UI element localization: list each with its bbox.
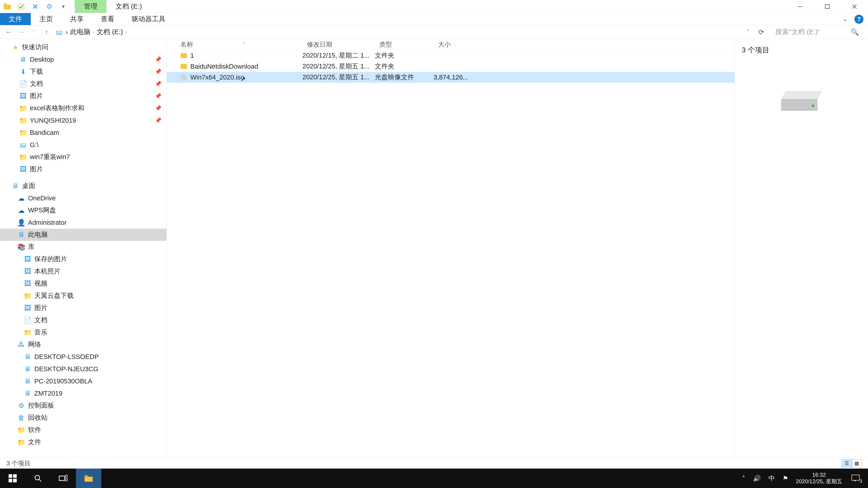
tree-item[interactable]: Bandicam bbox=[0, 127, 166, 139]
view-details-button[interactable]: ☰ bbox=[842, 459, 852, 467]
tree-item[interactable]: 控制面板 bbox=[0, 399, 166, 412]
tree-item[interactable]: 图片 bbox=[0, 302, 166, 314]
tree-item[interactable]: 本机照片 bbox=[0, 265, 166, 278]
action-center-icon[interactable]: 3 bbox=[850, 474, 861, 483]
tree-item[interactable]: 保存的图片 bbox=[0, 253, 166, 265]
tree-item[interactable]: 图片 bbox=[0, 163, 166, 175]
security-icon[interactable]: ⚑ bbox=[782, 475, 788, 482]
quick-access-toolbar: ⚙ ▾ bbox=[0, 0, 75, 13]
tree-item[interactable]: Desktop📌 bbox=[0, 53, 166, 66]
item-count: 3 个项目 bbox=[742, 45, 861, 55]
breadcrumb-segment[interactable]: 此电脑 bbox=[70, 27, 90, 37]
tree-item[interactable]: 下载📌 bbox=[0, 66, 166, 78]
qat-properties-icon[interactable] bbox=[17, 2, 26, 11]
file-list[interactable]: 名称˄ 修改日期 类型 大小 12020/12/15, 星期二 1...文件夹B… bbox=[167, 39, 735, 458]
tray-expand-icon[interactable]: ˄ bbox=[742, 475, 745, 482]
tree-item-label: 软件 bbox=[28, 425, 166, 434]
nav-up-button[interactable]: ↑ bbox=[42, 29, 51, 36]
col-date[interactable]: 修改日期 bbox=[303, 40, 375, 49]
tree-item-icon bbox=[24, 328, 32, 336]
search-icon[interactable]: 🔍 bbox=[850, 28, 859, 36]
chevron-right-icon[interactable]: › bbox=[66, 28, 68, 36]
qat-delete-icon[interactable]: ⚙ bbox=[45, 2, 54, 11]
tree-item[interactable]: YUNQISHI2019📌 bbox=[0, 114, 166, 127]
breadcrumb[interactable]: › 此电脑› 文档 (E:)› bbox=[55, 27, 742, 37]
minimize-button[interactable] bbox=[786, 0, 814, 13]
ribbon-tab-share[interactable]: 共享 bbox=[61, 13, 92, 25]
col-type[interactable]: 类型 bbox=[375, 40, 434, 49]
svg-rect-14 bbox=[85, 477, 93, 482]
file-row[interactable]: 12020/12/15, 星期二 1...文件夹 bbox=[167, 50, 735, 61]
tree-item[interactable]: 音乐 bbox=[0, 326, 166, 338]
taskbar[interactable]: ˄ 🔊 中 ⚑ 16:32 2020/12/25, 星期五 3 bbox=[0, 468, 868, 488]
tree-item[interactable]: Administrator bbox=[0, 217, 166, 229]
tree-item-icon bbox=[19, 116, 27, 125]
view-large-icons-button[interactable]: ▦ bbox=[852, 459, 862, 467]
svg-rect-7 bbox=[8, 479, 12, 482]
tree-item[interactable]: win7重装win7 bbox=[0, 151, 166, 163]
tree-item-icon bbox=[17, 340, 25, 349]
tree-item[interactable]: 文件 bbox=[0, 436, 166, 448]
chevron-right-icon[interactable]: › bbox=[125, 29, 127, 35]
ribbon-tab-file[interactable]: 文件 bbox=[0, 13, 31, 25]
tree-item[interactable]: ZMT2019 bbox=[0, 387, 166, 399]
tree-item[interactable]: 文档📌 bbox=[0, 78, 166, 90]
tree-item[interactable]: DESKTOP-LSSOEDP bbox=[0, 351, 166, 363]
search-input[interactable]: 搜索"文档 (E:)" 🔍 bbox=[773, 25, 864, 39]
tree-item[interactable]: 软件 bbox=[0, 424, 166, 436]
svg-rect-2 bbox=[19, 4, 24, 9]
file-row[interactable]: BaiduNetdiskDownload2020/12/25, 星期五 1...… bbox=[167, 61, 735, 72]
task-view-button[interactable] bbox=[51, 468, 76, 488]
tree-item[interactable]: 快速访问 bbox=[0, 41, 166, 53]
taskbar-search-button[interactable] bbox=[25, 468, 51, 488]
address-dropdown-icon[interactable]: ˅ bbox=[747, 29, 749, 35]
tree-item[interactable]: 回收站 bbox=[0, 412, 166, 424]
title-tool-tab[interactable]: 管理 bbox=[75, 0, 106, 13]
ribbon-tab-home[interactable]: 主页 bbox=[31, 13, 61, 25]
ribbon-tab-view[interactable]: 查看 bbox=[92, 13, 123, 25]
tree-item[interactable]: OneDrive bbox=[0, 192, 166, 204]
taskbar-explorer-button[interactable] bbox=[76, 468, 101, 488]
start-button[interactable] bbox=[0, 468, 25, 488]
refresh-icon[interactable]: ⟳ bbox=[758, 28, 764, 36]
ribbon-collapse-icon[interactable]: ⌄ bbox=[843, 15, 848, 23]
maximize-button[interactable] bbox=[814, 0, 841, 13]
tree-item-label: 图片 bbox=[30, 165, 166, 174]
taskbar-clock[interactable]: 16:32 2020/12/25, 星期五 bbox=[796, 472, 842, 485]
nav-back-button[interactable]: ← bbox=[4, 29, 13, 36]
volume-icon[interactable]: 🔊 bbox=[753, 475, 761, 482]
nav-forward-button[interactable]: → bbox=[17, 29, 25, 36]
ribbon-tab-drive-tools[interactable]: 驱动器工具 bbox=[123, 13, 174, 25]
tree-item-label: DESKTOP-LSSOEDP bbox=[34, 353, 166, 361]
file-date: 2020/12/25, 星期五 1... bbox=[303, 73, 375, 82]
tree-item[interactable]: PC-20190530OBLA bbox=[0, 375, 166, 387]
nav-tree[interactable]: 快速访问Desktop📌下载📌文档📌图片📌excel表格制作求和📌YUNQISH… bbox=[0, 39, 167, 458]
breadcrumb-segment[interactable]: 文档 (E:) bbox=[96, 27, 123, 37]
tree-item-icon bbox=[24, 353, 32, 361]
tree-item[interactable]: 图片📌 bbox=[0, 90, 166, 102]
qat-new-folder-icon[interactable] bbox=[31, 2, 40, 11]
tree-item[interactable]: 天翼云盘下载 bbox=[0, 290, 166, 302]
tree-item-label: Desktop bbox=[30, 56, 152, 63]
sort-asc-icon: ˄ bbox=[243, 42, 245, 48]
help-icon[interactable]: ? bbox=[855, 15, 864, 24]
file-list-header[interactable]: 名称˄ 修改日期 类型 大小 bbox=[167, 39, 735, 50]
col-size[interactable]: 大小 bbox=[434, 40, 470, 49]
tree-item[interactable]: excel表格制作求和📌 bbox=[0, 102, 166, 114]
nav-recent-dropdown[interactable]: ˅ bbox=[30, 29, 38, 35]
tree-item[interactable]: 视频 bbox=[0, 278, 166, 290]
ime-indicator[interactable]: 中 bbox=[769, 474, 775, 483]
tree-item[interactable]: 文档 bbox=[0, 314, 166, 326]
qat-dropdown-icon[interactable]: ▾ bbox=[59, 2, 68, 11]
chevron-right-icon[interactable]: › bbox=[93, 29, 94, 35]
tree-item[interactable]: 此电脑 bbox=[0, 229, 166, 241]
tree-item[interactable]: G:\ bbox=[0, 139, 166, 151]
tree-item[interactable]: WPS网盘 bbox=[0, 204, 166, 217]
tree-item[interactable]: DESKTOP-NJEU3CG bbox=[0, 363, 166, 375]
tree-item[interactable]: 桌面 bbox=[0, 180, 166, 192]
file-row[interactable]: Win7x64_2020.iso2020/12/25, 星期五 1...光盘映像… bbox=[167, 72, 735, 83]
close-button[interactable] bbox=[841, 0, 868, 13]
col-name[interactable]: 名称˄ bbox=[167, 40, 303, 49]
tree-item[interactable]: 库 bbox=[0, 241, 166, 253]
tree-item[interactable]: 网络 bbox=[0, 338, 166, 351]
